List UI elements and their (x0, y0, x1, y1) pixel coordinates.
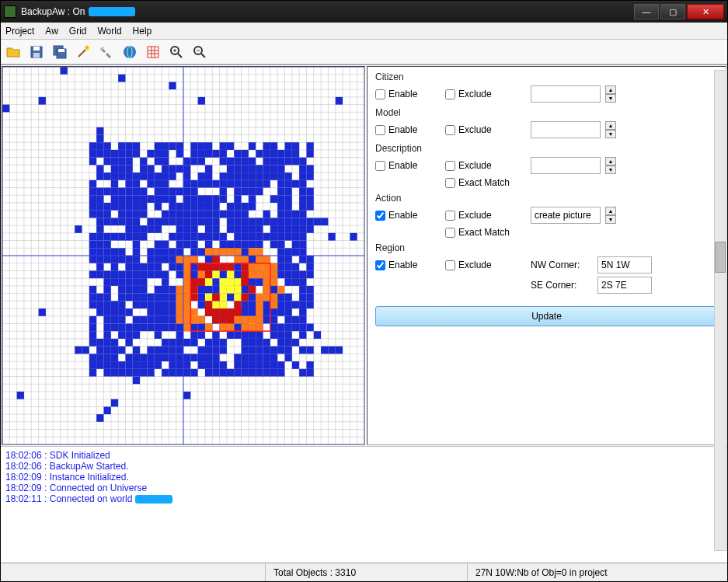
vertical-scrollbar[interactable] (714, 70, 726, 551)
svg-rect-477 (162, 248, 169, 256)
citizen-spinner[interactable]: ▲▼ (605, 85, 616, 103)
update-button[interactable]: Update (375, 306, 718, 326)
svg-rect-141 (155, 142, 162, 150)
action-exact-checkbox[interactable] (445, 228, 455, 238)
svg-rect-789 (249, 347, 256, 354)
svg-rect-315 (270, 195, 277, 203)
svg-rect-927 (183, 286, 190, 294)
svg-rect-335 (212, 203, 219, 211)
description-exact-checkbox[interactable] (445, 178, 455, 188)
tools-icon[interactable] (97, 43, 116, 61)
zoom-out-icon[interactable] (190, 43, 209, 61)
svg-rect-150 (249, 142, 256, 150)
svg-rect-270 (284, 180, 291, 188)
svg-rect-306 (169, 195, 176, 203)
zoom-in-icon[interactable] (167, 43, 186, 61)
save-all-icon[interactable] (51, 43, 69, 61)
svg-rect-308 (190, 195, 197, 203)
svg-rect-166 (176, 150, 183, 158)
wizard-icon[interactable] (74, 43, 92, 61)
action-enable-checkbox[interactable] (375, 211, 385, 221)
status-objects: Total Objects : 3310 (265, 563, 467, 581)
minimize-button[interactable]: — (634, 4, 659, 19)
svg-rect-412 (242, 225, 249, 233)
description-enable-checkbox[interactable] (375, 161, 385, 171)
nw-corner-input[interactable] (597, 256, 652, 274)
svg-rect-467 (292, 241, 299, 249)
model-exclude-checkbox[interactable] (445, 125, 455, 135)
close-button[interactable]: ✕ (687, 4, 724, 19)
description-value-input[interactable] (531, 157, 601, 174)
svg-rect-212 (183, 165, 190, 173)
svg-rect-540 (118, 270, 125, 278)
model-spinner[interactable]: ▲▼ (605, 121, 616, 138)
svg-rect-223 (306, 165, 313, 173)
svg-rect-811 (176, 354, 183, 361)
svg-rect-612 (125, 294, 132, 301)
menu-world[interactable]: World (97, 26, 121, 37)
svg-rect-155 (306, 142, 313, 150)
action-value-input[interactable] (531, 207, 601, 224)
svg-rect-263 (227, 180, 234, 188)
svg-rect-285 (183, 188, 190, 196)
save-icon[interactable] (27, 43, 46, 61)
menu-aw[interactable]: Aw (45, 26, 57, 37)
svg-rect-821 (263, 354, 270, 361)
svg-rect-251 (111, 180, 118, 188)
svg-rect-475 (147, 248, 154, 256)
se-corner-input[interactable] (597, 277, 652, 294)
svg-rect-433 (198, 233, 205, 241)
svg-rect-638 (140, 301, 147, 308)
grid-icon[interactable] (144, 43, 162, 61)
svg-point-8 (101, 47, 104, 50)
region-exclude-checkbox[interactable] (445, 260, 455, 270)
svg-rect-856 (140, 369, 147, 377)
model-enable-checkbox[interactable] (375, 125, 385, 135)
svg-rect-434 (205, 233, 212, 241)
svg-rect-956 (227, 308, 234, 316)
svg-rect-500 (155, 256, 162, 263)
svg-rect-432 (190, 233, 197, 241)
menu-help[interactable]: Help (133, 26, 152, 37)
svg-rect-906 (270, 263, 277, 271)
menu-grid[interactable]: Grid (69, 26, 87, 37)
svg-rect-656 (299, 301, 306, 308)
open-icon[interactable] (4, 43, 23, 61)
citizen-enable-checkbox[interactable] (375, 89, 385, 99)
svg-rect-238 (220, 173, 227, 180)
description-exclude-checkbox[interactable] (445, 161, 455, 171)
citizen-value-input[interactable] (531, 85, 601, 103)
menu-project[interactable]: Project (5, 26, 34, 37)
svg-rect-798 (328, 347, 335, 354)
citizen-exclude-checkbox[interactable] (445, 89, 455, 99)
svg-rect-255 (155, 180, 162, 188)
svg-rect-849 (306, 361, 313, 369)
map-grid[interactable] (2, 66, 365, 445)
description-spinner[interactable]: ▲▼ (605, 157, 616, 174)
window-title: BackupAw : On (21, 6, 85, 17)
svg-rect-197 (263, 158, 270, 166)
svg-rect-237 (205, 173, 212, 180)
svg-rect-498 (133, 256, 140, 263)
globe-icon[interactable] (120, 43, 139, 61)
svg-rect-286 (190, 188, 197, 196)
svg-rect-873 (277, 369, 284, 377)
action-exclude-checkbox[interactable] (445, 211, 455, 221)
svg-rect-971 (205, 323, 212, 331)
svg-rect-853 (118, 369, 125, 377)
region-enable-checkbox[interactable] (375, 260, 385, 270)
svg-rect-957 (234, 308, 241, 316)
model-value-input[interactable] (531, 121, 601, 138)
svg-rect-342 (299, 203, 306, 211)
svg-rect-389 (263, 218, 270, 225)
svg-rect-781 (162, 347, 169, 354)
svg-rect-570 (162, 278, 169, 286)
maximize-button[interactable]: ▢ (660, 4, 685, 19)
svg-rect-784 (198, 347, 205, 354)
svg-rect-152 (270, 142, 277, 150)
scrollbar-thumb[interactable] (715, 242, 726, 273)
svg-rect-513 (299, 256, 306, 263)
action-spinner[interactable]: ▲▼ (605, 207, 616, 224)
svg-rect-338 (242, 203, 249, 211)
svg-rect-451 (103, 241, 110, 249)
